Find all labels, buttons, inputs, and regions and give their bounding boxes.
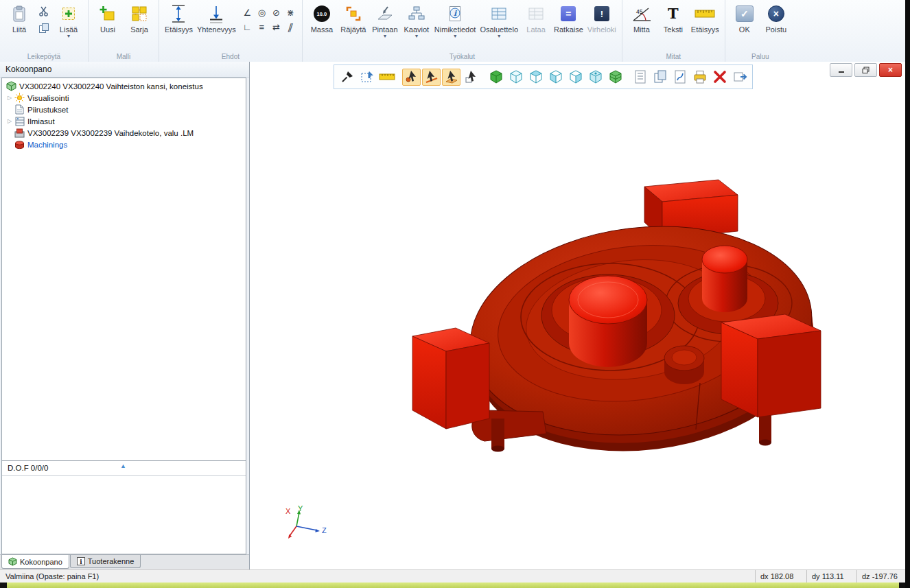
diagrams-button[interactable]: Kaaviot ▼: [401, 2, 432, 38]
minimize-button[interactable]: [830, 63, 852, 77]
tree-item-casting-part[interactable]: VX3002239 VX3002239 Vaihdekotelo, valu .…: [2, 127, 246, 139]
spacing-constraint-button[interactable]: ⇄: [270, 21, 283, 34]
right-face-cube-icon[interactable]: [566, 69, 585, 86]
diagrams-dropdown-caret[interactable]: ▼: [414, 34, 419, 38]
axis-y-label: Y: [298, 504, 303, 513]
restore-button[interactable]: [854, 63, 877, 77]
error-log-button[interactable]: ! Virheloki: [585, 2, 618, 34]
explode-icon: [345, 3, 362, 24]
series-button[interactable]: Sarja: [124, 2, 155, 34]
tab-assembly[interactable]: Kokoonpano: [1, 555, 69, 569]
tree-item-representations[interactable]: ▷ Ilmiasut: [2, 115, 246, 127]
mass-icon: 10.0: [314, 5, 330, 22]
mass-button[interactable]: 10.0 Massa: [306, 2, 338, 34]
3d-model[interactable]: [250, 62, 906, 569]
pin-icon[interactable]: [338, 69, 356, 86]
ribbon: Liitä Lisää ▼ Leikepöytä: [0, 0, 905, 62]
parallel-constraint-button[interactable]: ∥: [282, 21, 299, 34]
top-face-cube-icon[interactable]: [526, 69, 545, 86]
constraint-mini-buttons: ∠ ◎ ⊘ ⋇ ∟ ≡ ⇄ ∥: [241, 6, 297, 34]
add-label: Lisää: [60, 25, 78, 34]
ok-icon-wrap: ✓: [736, 3, 754, 24]
assembly-tree[interactable]: VX3002240 VX3002240 Vaihteiston kansi, k…: [1, 78, 246, 461]
paste-button[interactable]: Liitä: [3, 2, 35, 34]
machinings-icon: [14, 140, 25, 150]
axis-z-label: Z: [322, 526, 327, 534]
snap-face-icon[interactable]: [442, 69, 460, 86]
copy-sheets-icon[interactable]: [651, 69, 669, 86]
tree-item-machinings[interactable]: Machinings: [2, 139, 246, 150]
distance-constraint-label: Etäisyys: [165, 25, 193, 34]
solve-button[interactable]: = Ratkaise: [552, 2, 585, 34]
parts-list-button[interactable]: Osaluettelo ▼: [478, 2, 520, 38]
select-part-icon[interactable]: [462, 69, 480, 86]
tab-product-structure[interactable]: i Tuoterakenne: [70, 555, 141, 568]
ribbon-group-tools: 10.0 Massa Räjäytä Pintaan ▼: [303, 0, 622, 62]
to-surface-button[interactable]: Pintaan ▼: [369, 2, 401, 38]
snap-edge-icon[interactable]: [422, 69, 441, 86]
distance-constraint-button[interactable]: Etäisyys: [163, 2, 195, 34]
drag-select-icon[interactable]: [358, 69, 376, 86]
printer-icon[interactable]: [690, 69, 709, 86]
tree-item-drawings[interactable]: Piirustukset: [2, 104, 246, 115]
new-label: Uusi: [100, 25, 115, 34]
ribbon-group-dimensions: 45 Mitta T Teksti Etäisyys Mitat: [622, 0, 725, 62]
distance-measure-button[interactable]: Etäisyys: [689, 2, 721, 34]
collapse-arrow-icon[interactable]: ▲: [120, 459, 126, 473]
explode-button[interactable]: Räjäytä: [338, 2, 369, 34]
perpendicular-constraint-button[interactable]: ∟: [241, 21, 254, 34]
cut-button[interactable]: [36, 3, 51, 19]
ribbon-group-model: Uusi Sarja Malli: [89, 0, 159, 62]
panel-title: Kokoonpano: [0, 62, 249, 78]
bom-list-icon[interactable]: [631, 69, 649, 86]
viewport-toolbar: [334, 64, 753, 89]
solid-view-icon[interactable]: [487, 69, 505, 86]
export-view-icon[interactable]: [730, 69, 749, 86]
concentric-constraint-button[interactable]: ◎: [255, 6, 268, 19]
add-button[interactable]: Lisää ▼: [53, 2, 84, 38]
angle-constraint-button[interactable]: ∠: [241, 6, 254, 19]
mass-label: Massa: [311, 25, 333, 34]
wireframe-cube-icon[interactable]: [506, 69, 525, 86]
measure-button[interactable]: 45 Mitta: [626, 2, 657, 34]
add-dropdown-caret[interactable]: ▼: [67, 34, 71, 38]
representations-icon: [14, 117, 25, 126]
delete-red-x-icon[interactable]: [710, 69, 729, 86]
tangent-constraint-button[interactable]: ⊘: [270, 6, 283, 19]
mass-value: 10.0: [317, 11, 327, 17]
orientation-axes: X Y Z: [265, 504, 327, 547]
group-label-clipboard: Leikepöytä: [0, 53, 88, 60]
snap-point-icon[interactable]: [402, 69, 421, 86]
pattern-constraint-button[interactable]: ⋇: [284, 6, 297, 19]
tab-assembly-label: Kokoonpano: [20, 558, 62, 566]
copy-button[interactable]: [36, 21, 51, 36]
expander-icon[interactable]: ▷: [5, 95, 14, 101]
parts-list-dropdown-caret[interactable]: ▼: [497, 34, 502, 38]
3d-viewport[interactable]: × X Y Z: [249, 62, 905, 569]
to-surface-dropdown-caret[interactable]: ▼: [382, 34, 387, 38]
item-info-button[interactable]: i Nimiketiedot ▼: [432, 2, 478, 38]
new-button[interactable]: Uusi: [92, 2, 124, 34]
align-constraint-button[interactable]: ≡: [255, 21, 268, 34]
load-button[interactable]: Lataa: [520, 2, 552, 34]
curve-sheet-icon[interactable]: [670, 69, 689, 86]
ok-button[interactable]: ✓ OK: [729, 2, 760, 34]
expander-icon[interactable]: ▷: [5, 118, 14, 124]
tree-item-visualization[interactable]: ▷ Visualisointi: [2, 92, 246, 104]
grid-cube-icon[interactable]: [606, 69, 625, 86]
close-button[interactable]: ×: [879, 63, 902, 77]
solve-icon: =: [561, 6, 576, 21]
diagrams-label: Kaaviot: [404, 25, 429, 34]
item-info-icon: i: [446, 3, 464, 24]
item-info-dropdown-caret[interactable]: ▼: [453, 34, 458, 38]
text-button[interactable]: T Teksti: [657, 2, 689, 34]
shaded-cube-icon[interactable]: [586, 69, 605, 86]
tree-item-root[interactable]: VX3002240 VX3002240 Vaihteiston kansi, k…: [2, 80, 246, 92]
window-controls: ×: [830, 63, 902, 77]
left-face-cube-icon[interactable]: [546, 69, 565, 86]
exit-button[interactable]: × Poistu: [760, 2, 792, 34]
exit-label: Poistu: [766, 25, 787, 34]
coincidence-button[interactable]: Yhtenevyys: [195, 2, 238, 34]
group-label-constraints: Ehdot: [159, 53, 302, 60]
measure-ruler-icon[interactable]: [377, 69, 396, 86]
